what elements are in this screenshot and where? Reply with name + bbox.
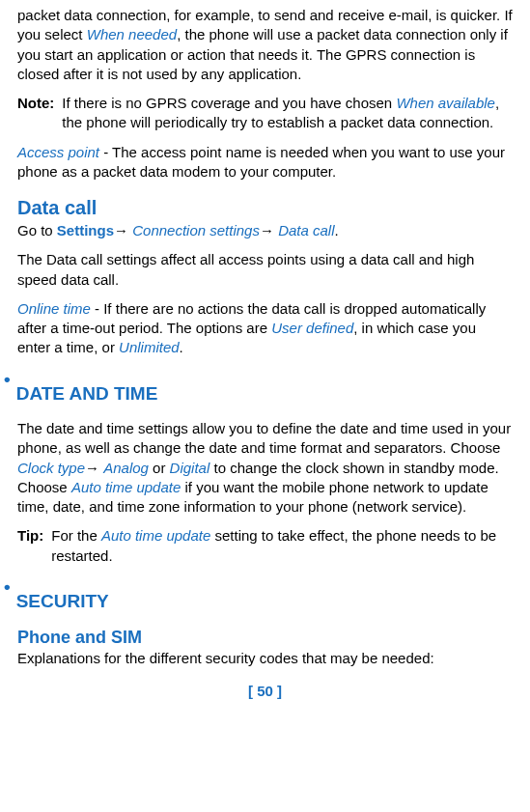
paragraph-access-point: Access point - The access point name is …	[17, 143, 513, 182]
text: .	[335, 222, 339, 238]
paragraph-nav-data-call: Go to Settings→ Connection settings→ Dat…	[17, 221, 513, 240]
link-digital: Digital	[170, 460, 210, 476]
text: The date and time settings allow you to …	[17, 420, 511, 456]
link-clock-type: Clock type	[17, 460, 85, 476]
bracket-right: ]	[273, 683, 282, 699]
text: For the	[51, 527, 101, 544]
link-online-time: Online time	[17, 300, 91, 317]
tip-label: Tip:	[17, 526, 43, 566]
link-user-defined: User defined	[271, 320, 353, 336]
link-when-available: When available	[396, 95, 495, 111]
tip-auto-time: Tip: For the Auto time update setting to…	[17, 526, 513, 566]
note-gprs: Note: If there is no GPRS coverage and y…	[17, 94, 513, 133]
tip-body: For the Auto time update setting to take…	[51, 526, 513, 566]
section-security: • SECURITY	[4, 575, 513, 620]
bracket-left: [	[248, 683, 257, 699]
link-when-needed: When needed	[87, 26, 177, 42]
link-connection-settings: Connection settings	[132, 222, 260, 238]
link-settings: Settings	[57, 222, 114, 238]
heading-security: SECURITY	[16, 589, 109, 614]
paragraph-data-call-desc: The Data call settings affect all access…	[17, 250, 513, 290]
arrow-icon: →	[85, 460, 103, 476]
link-analog: Analog	[103, 460, 149, 476]
link-unlimited: Unlimited	[119, 339, 180, 355]
text: If there is no GPRS coverage and you hav…	[62, 95, 396, 111]
text: .	[180, 339, 183, 355]
text: Go to	[17, 222, 57, 238]
paragraph-date-time: The date and time settings allow you to …	[17, 419, 513, 517]
link-access-point: Access point	[17, 144, 99, 160]
note-body: If there is no GPRS coverage and you hav…	[62, 94, 513, 133]
arrow-icon: →	[114, 222, 132, 238]
bullet-icon: •	[4, 575, 11, 600]
link-auto-time-update: Auto time update	[71, 479, 181, 495]
bullet-icon: •	[4, 368, 11, 392]
link-auto-time-update: Auto time update	[101, 527, 210, 544]
text: or	[149, 460, 170, 476]
paragraph-packet-data: packet data connection, for example, to …	[17, 6, 513, 84]
paragraph-security-codes: Explanations for the different security …	[17, 649, 513, 668]
arrow-icon: →	[260, 222, 278, 238]
page-number-value: 50	[257, 683, 273, 699]
link-data-call: Data call	[278, 222, 334, 238]
page-number: [ 50 ]	[17, 682, 513, 701]
heading-date-and-time: DATE AND TIME	[16, 381, 158, 406]
section-date-and-time: • DATE AND TIME	[4, 368, 513, 416]
heading-data-call: Data call	[17, 195, 513, 221]
paragraph-online-time: Online time - If there are no actions th…	[17, 299, 513, 358]
heading-phone-and-sim: Phone and SIM	[17, 626, 513, 649]
note-label: Note:	[17, 94, 54, 133]
